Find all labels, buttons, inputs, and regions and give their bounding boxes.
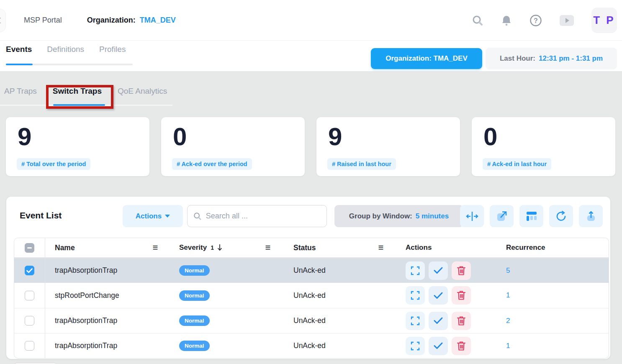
stat-value: 9 [18,122,32,151]
acknowledge-button[interactable] [429,286,448,305]
stat-label: # Total over the period [17,158,90,170]
group-by-window-selector[interactable]: Group by Window: 5 minutes [334,205,463,227]
column-header-severity[interactable]: Severity 1 [166,244,257,252]
event-name: trapAbsorptionTrap [45,316,145,325]
search-icon [472,15,483,26]
table-row: trapAbsorptionTrap Normal UnAck-ed [14,333,609,358]
row-actions [391,312,492,330]
severity-badge: Normal [179,315,210,326]
active-tab-indicator [6,64,33,65]
time-range-selector[interactable]: Last Hour: 12:31 pm - 1:31 pm [486,48,617,69]
trash-icon [457,316,466,326]
event-list-toolbar: Event List Actions Group by Window: 5 mi… [6,197,610,238]
row-checkbox-cell [14,258,45,283]
expand-event-button[interactable] [406,286,425,305]
refresh-button[interactable] [549,205,573,227]
event-status: UnAck-ed [278,266,370,275]
column-header-recurrence[interactable]: Recurrence [492,244,609,252]
stat-card-acked-hour: 0 # Ack-ed in last hour [472,117,615,176]
row-actions [391,261,492,280]
stat-card-total: 9 # Total over the period [6,117,149,176]
search-box [187,205,327,227]
delete-button[interactable] [452,312,471,330]
columns-view-icon [526,211,537,222]
search-input[interactable] [206,212,321,220]
event-list-panel: Event List Actions Group by Window: 5 mi… [6,197,610,359]
event-status: UnAck-ed [278,291,370,300]
subtab-switch-traps[interactable]: Switch Traps [52,87,103,96]
expand-event-button[interactable] [406,261,425,280]
active-subtab-indicator [53,104,105,106]
delete-button[interactable] [452,337,471,355]
chevron-left-icon [0,17,3,24]
notifications-button[interactable] [501,15,512,26]
table-tool-buttons [460,205,603,227]
pagination-control-partial[interactable] [14,362,57,364]
expand-event-button[interactable] [406,312,425,330]
trash-icon [457,266,466,276]
subtab-qoe-analytics[interactable]: QoE Analytics [117,87,168,96]
svg-text:?: ? [534,17,538,24]
recurrence-link[interactable]: 2 [506,317,510,325]
org-label: Organization: [87,16,136,25]
search-button[interactable] [472,15,483,26]
event-name: stpRootPortChange [45,291,145,300]
acknowledge-button[interactable] [429,261,448,280]
tab-events[interactable]: Events [6,45,32,60]
event-table: Name ≡ Severity 1 ≡ Status ≡ Actions Rec… [14,238,609,359]
user-avatar[interactable]: T P [591,8,617,33]
recurrence-link[interactable]: 1 [506,342,510,350]
recurrence-link[interactable]: 1 [506,291,510,299]
expand-event-button[interactable] [406,337,425,355]
help-button[interactable]: ? [529,14,542,27]
row-checkbox[interactable] [25,266,34,275]
export-icon [585,210,597,222]
check-icon [434,317,443,324]
export-button[interactable] [579,205,603,227]
status-column-menu-icon[interactable]: ≡ [370,242,391,253]
actions-dropdown-button[interactable]: Actions [123,205,183,227]
event-status: UnAck-ed [278,341,370,350]
fit-columns-button[interactable] [460,205,484,227]
columns-settings-button[interactable] [519,205,543,227]
tab-definitions[interactable]: Definitions [47,45,84,60]
panel-title: Event List [20,210,62,220]
recurrence-link[interactable]: 5 [506,267,510,274]
column-header-name[interactable]: Name [45,244,145,252]
open-external-icon [496,210,508,222]
organization-filter-button[interactable]: Organization: TMA_DEV [371,48,482,69]
table-row: trapAbsorptionTrap Normal UnAck-ed [14,258,609,283]
group-by-value: 5 minutes [416,212,449,220]
group-by-label: Group by Window: [349,212,412,220]
column-header-status[interactable]: Status [278,244,370,252]
severity-column-menu-icon[interactable]: ≡ [257,242,278,253]
subtab-ap-traps[interactable]: AP Traps [3,87,38,96]
sort-descending-icon [217,244,223,251]
stat-card-raised-hour: 9 # Raised in last hour [316,117,460,176]
tab-profiles[interactable]: Profiles [99,45,126,60]
video-tour-button[interactable] [560,15,574,26]
search-icon [193,212,202,221]
row-actions [391,286,492,305]
delete-button[interactable] [452,286,471,305]
stat-value: 0 [483,122,498,151]
delete-button[interactable] [452,261,471,280]
collapse-sidebar-button[interactable] [0,9,6,32]
play-icon [565,18,569,23]
severity-header-label: Severity [179,244,207,252]
row-checkbox[interactable] [25,291,34,300]
stat-value: 0 [173,122,187,151]
fullscreen-icon [410,266,420,276]
select-all-checkbox[interactable] [25,243,34,253]
acknowledge-button[interactable] [429,312,448,330]
actions-dropdown-label: Actions [136,212,162,220]
row-checkbox[interactable] [25,341,34,351]
row-checkbox[interactable] [25,316,34,326]
fullscreen-icon [410,341,420,351]
header-checkbox-cell [14,238,45,257]
name-column-menu-icon[interactable]: ≡ [145,242,166,253]
acknowledge-button[interactable] [429,337,448,355]
org-name-link[interactable]: TMA_DEV [140,16,176,25]
open-fullscreen-button[interactable] [490,205,514,227]
check-icon [434,342,443,349]
